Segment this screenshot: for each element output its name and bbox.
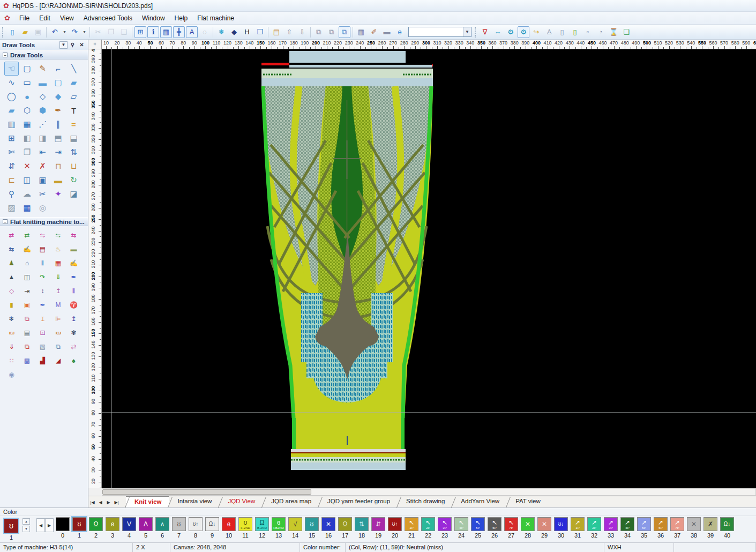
target-gray-tool[interactable]: ◉ xyxy=(4,368,19,382)
knife-tool[interactable]: ✄ xyxy=(4,145,19,159)
pattern-diagonal-dots-tool[interactable]: ⋰ xyxy=(35,117,50,131)
down-arrow-x-tool[interactable]: ⇓ xyxy=(4,340,19,354)
swatch-box-28[interactable]: ✕ xyxy=(521,517,535,531)
flake-dark-tool[interactable]: ❄ xyxy=(4,312,19,326)
menu-item-file[interactable]: File xyxy=(14,13,34,24)
takedown-comb-tool[interactable]: ♟ xyxy=(4,256,19,270)
fill-bucket-2-tool[interactable]: ◨ xyxy=(35,131,50,145)
swatch-box-33[interactable]: ↗3P xyxy=(604,517,618,531)
squares-pink-tool[interactable]: ⧉ xyxy=(20,312,34,326)
color-swatch-37[interactable]: ↗7P37 xyxy=(670,517,684,539)
clock-tool-icon[interactable]: ◔ xyxy=(595,26,607,38)
swatch-box-24[interactable]: ↖4P xyxy=(454,517,468,531)
swatch-box-4[interactable]: V xyxy=(122,517,136,531)
collapse-icon[interactable]: – xyxy=(3,53,8,57)
color-swatch-34[interactable]: ↗4P34 xyxy=(620,517,634,539)
swatch-box-39[interactable]: ✗ xyxy=(703,517,717,531)
image-tool-icon[interactable]: ❏ xyxy=(620,26,632,38)
shirt-tool-icon[interactable]: ♙ xyxy=(543,26,555,38)
color-swatch-7[interactable]: ʊ7 xyxy=(172,517,186,539)
color-swatch-33[interactable]: ↗3P33 xyxy=(604,517,618,539)
color-swatch-19[interactable]: ⇵19 xyxy=(371,517,385,539)
hgd-right-tool[interactable]: ⇥ xyxy=(20,284,34,298)
pencil-tool[interactable]: ✎ xyxy=(35,62,50,76)
rounded-rectangle-filled-tool[interactable]: ▰ xyxy=(66,76,81,89)
m-purple-tool[interactable]: M xyxy=(51,298,65,312)
tab-nav-3[interactable]: ▶| xyxy=(113,497,121,508)
cut-icon[interactable]: ✂ xyxy=(92,26,104,38)
swatch-box-13[interactable]: ɞFB2ND xyxy=(272,517,286,531)
copy-pages-tool[interactable]: ❐ xyxy=(20,145,34,159)
h-tool-icon[interactable]: H xyxy=(241,26,253,38)
info-view-icon[interactable]: ℹ xyxy=(147,26,159,38)
color-swatch-12[interactable]: ΩB-2ND12 xyxy=(255,517,269,539)
eraser-tool[interactable]: ◪ xyxy=(66,187,81,201)
bars-orange-tool[interactable]: ⊫ xyxy=(51,312,65,326)
line-tool[interactable]: ╲ xyxy=(66,62,81,76)
undo-icon[interactable]: ↶ xyxy=(49,26,61,38)
yellow-redo-icon[interactable]: ↪ xyxy=(530,26,542,38)
color-swatch-3[interactable]: ɞ3 xyxy=(106,517,119,539)
color-spinner-down[interactable]: ▼ xyxy=(23,526,30,532)
notepad-tool[interactable]: ▧ xyxy=(35,340,50,354)
cnt-up-tool[interactable]: ↥ xyxy=(66,312,81,326)
swatch-box-34[interactable]: ↗4P xyxy=(620,517,634,531)
swatch-box-37[interactable]: ↗7P xyxy=(670,517,684,531)
tab-jqd-area-map[interactable]: JQD area map xyxy=(263,496,319,508)
swatch-box-18[interactable]: ⇅ xyxy=(355,517,369,531)
frame-middle-tool[interactable]: ◫ xyxy=(20,173,34,187)
calculator-icon[interactable]: ▦ xyxy=(355,26,367,38)
pattern-col-pair-tool[interactable]: ∥ xyxy=(51,117,65,131)
tab-intarsia-view[interactable]: Intarsia view xyxy=(169,496,219,508)
octagon-filled-tool[interactable]: ⬢ xyxy=(35,103,50,117)
color-swatch-17[interactable]: Ω17 xyxy=(338,517,352,539)
group-header-flat-knitting-machine-to[interactable]: –Flat knitting machine to... xyxy=(0,217,88,226)
swatch-box-38[interactable]: ✕ xyxy=(687,517,701,531)
delete-row-tool[interactable]: ✕ xyxy=(20,159,34,173)
gears-icon[interactable]: ⚙ xyxy=(505,26,517,38)
frame-left-tool[interactable]: ⊏ xyxy=(4,173,19,187)
color-swatch-9[interactable]: Ω↓9 xyxy=(205,517,219,539)
chart-page-icon[interactable]: ▤ xyxy=(271,26,282,38)
color-prev-button[interactable]: ◀ xyxy=(36,518,45,532)
stamp-tool[interactable]: ▨ xyxy=(4,201,19,215)
swatch-box-30[interactable]: ʊ↓ xyxy=(554,517,568,531)
ellipse-tool[interactable]: ◯ xyxy=(4,89,19,103)
hgd-up-tool[interactable]: ↥ xyxy=(51,284,65,298)
fill-bucket-3-tool[interactable]: ⬒ xyxy=(51,131,65,145)
transfer-front-1-tool[interactable]: ⇄ xyxy=(4,228,19,242)
color-swatch-16[interactable]: ✕16 xyxy=(321,517,335,539)
color-swatch-27[interactable]: ↖7P27 xyxy=(504,517,518,539)
bed-gray-tool[interactable]: ▬ xyxy=(66,242,81,256)
tab-knit-view[interactable]: Knit view xyxy=(126,496,169,508)
insert-col-tool[interactable]: ⇅ xyxy=(66,145,81,159)
gear-box-icon[interactable]: ⚙ xyxy=(518,26,529,38)
color-swatch-25[interactable]: ↖5P25 xyxy=(471,517,485,539)
swatch-box-20[interactable]: ʊ↑ xyxy=(388,517,402,531)
pen-blue-tool[interactable]: ✒ xyxy=(66,270,81,284)
transfer-pink-tool[interactable]: ⇄ xyxy=(66,340,81,354)
color-swatch-1[interactable]: ʊ1 xyxy=(72,517,86,539)
ellipse-filled-tool[interactable]: ● xyxy=(20,89,34,103)
swatch-box-25[interactable]: ↖5P xyxy=(471,517,485,531)
collapse-icon[interactable]: – xyxy=(3,219,8,224)
squares-blue-tool[interactable]: ⧉ xyxy=(51,340,65,354)
color-swatch-26[interactable]: ↖6P26 xyxy=(488,517,501,539)
bars-purple-tool[interactable]: ⦀ xyxy=(66,284,81,298)
pattern-four-squares-tool[interactable]: ⊞ xyxy=(4,131,19,145)
swatch-box-31[interactable]: ↗1P xyxy=(571,517,585,531)
insert-row-right-tool[interactable]: ⇥ xyxy=(51,145,65,159)
fill-bucket-4-tool[interactable]: ⬓ xyxy=(66,131,81,145)
swatch-box-16[interactable]: ✕ xyxy=(321,517,335,531)
swatch-box-7[interactable]: ʊ xyxy=(172,517,186,531)
snowflake-tool-icon[interactable]: ❄ xyxy=(215,26,227,38)
swatch-box-12[interactable]: ΩB-2ND xyxy=(255,517,269,531)
pattern-vbars-tool[interactable]: ▥ xyxy=(4,117,19,131)
swatch-box-9[interactable]: Ω↓ xyxy=(205,517,219,531)
triangle-red-tool[interactable]: ◢ xyxy=(51,354,65,368)
download-green-tool[interactable]: ⇓ xyxy=(51,270,65,284)
swatch-box-27[interactable]: ↖7P xyxy=(504,517,518,531)
needles-iii-tool[interactable]: ⦀ xyxy=(35,256,50,270)
color-swatch-24[interactable]: ↖4P24 xyxy=(454,517,468,539)
color-swatch-38[interactable]: ✕38 xyxy=(687,517,701,539)
